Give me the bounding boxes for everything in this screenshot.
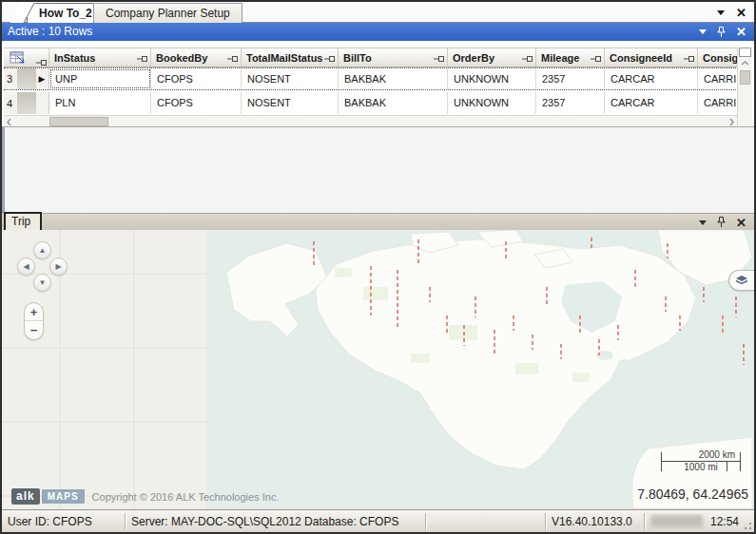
zoom-out-button[interactable]: − (25, 321, 43, 339)
resize-grip[interactable] (742, 520, 753, 531)
column-header-mileage[interactable]: Mileage (536, 48, 605, 67)
row-header-block (17, 92, 36, 114)
table-row[interactable]: 3▶UNPCFOPSNOSENTBAKBAKUNKNOWN2357CARCARC… (4, 67, 739, 90)
status-user-id: User ID: CFOPS (2, 513, 126, 530)
column-header-label: ConsigneeId (610, 52, 672, 64)
orders-grid: InStatusBookedByTotalMailStatusBillToOrd… (2, 41, 754, 126)
map-scale: 2000 km 1000 mi (661, 449, 741, 473)
column-pin-icon[interactable] (324, 54, 335, 66)
redacted-date (650, 515, 703, 527)
grid-cell[interactable]: UNKNOWN (448, 68, 536, 89)
record-selector-icon (10, 50, 26, 66)
map-graphic (2, 230, 754, 509)
column-header-label: BillTo (343, 52, 372, 64)
map-pan-control: ▲ ◀ ▶ ▼ (15, 241, 68, 300)
column-header-instatus[interactable]: InStatus (49, 48, 151, 67)
app-window: How To_2 Company Planner Setup ✕ Active … (0, 0, 756, 534)
grid-cell[interactable]: UNKNOWN (448, 92, 536, 114)
column-header-label: OrderBy (453, 52, 494, 64)
grid-rows: 3▶UNPCFOPSNOSENTBAKBAKUNKNOWN2357CARCARC… (4, 67, 739, 114)
current-row-arrow-icon: ▶ (36, 74, 48, 84)
grid-cell[interactable]: CFOPS (151, 92, 242, 114)
column-header-billto[interactable]: BillTo (339, 48, 448, 67)
scale-km-label: 2000 km (661, 449, 741, 461)
status-bar: User ID: CFOPS Server: MAY-DOC-SQL\SQL20… (2, 509, 754, 532)
column-header-label: InStatus (54, 52, 95, 64)
map-zoom-control: + − (24, 302, 44, 340)
grid-cell[interactable]: UNP (49, 68, 151, 89)
pan-right-button[interactable]: ▶ (49, 257, 68, 276)
grid-header-row: InStatusBookedByTotalMailStatusBillToOrd… (4, 48, 739, 67)
vertical-scroll-thumb[interactable] (740, 70, 750, 85)
column-header-label: Consig (703, 52, 738, 64)
zoom-in-button[interactable]: + (25, 303, 43, 321)
pan-left-button[interactable]: ◀ (17, 257, 35, 276)
grid-cell[interactable]: 2357 (536, 92, 605, 114)
chevron-down-icon[interactable] (717, 10, 725, 15)
column-pin-icon[interactable] (137, 54, 147, 66)
pan-up-button[interactable]: ▲ (33, 241, 51, 259)
empty-panel-area (2, 126, 754, 213)
column-pin-icon[interactable] (434, 54, 444, 66)
copyright-text: Copyright © 2016 ALK Technologies Inc. (92, 491, 280, 503)
alk-logo-badge: alk (11, 488, 40, 505)
column-header-label: BookedBy (156, 52, 207, 64)
layers-icon (735, 275, 748, 286)
column-pin-icon[interactable] (522, 54, 533, 66)
scrollbar-corner-box[interactable] (739, 48, 751, 57)
column-header-label: Mileage (541, 52, 579, 64)
scale-mi-label: 1000 mi (661, 462, 741, 473)
grid-selector-corner[interactable] (4, 48, 49, 67)
column-header-consig[interactable]: Consig (698, 48, 739, 67)
status-spacer (426, 513, 546, 530)
grid-cell[interactable]: CARCAR (605, 92, 698, 114)
column-header-consigneeid[interactable]: ConsigneeId (605, 48, 698, 67)
row-number: 3 (4, 73, 17, 85)
grid-cell[interactable]: BAKBAK (339, 68, 448, 89)
pan-down-button[interactable]: ▼ (33, 274, 51, 292)
map-layers-button[interactable] (728, 270, 754, 291)
map-canvas[interactable]: ▲ ◀ ▶ ▼ + − 2000 km 1000 mi (2, 230, 754, 509)
column-header-orderby[interactable]: OrderBy (448, 48, 536, 67)
trip-menu-chevron-icon[interactable] (699, 220, 707, 225)
horizontal-scroll-thumb[interactable] (49, 117, 108, 126)
column-pin-icon[interactable] (684, 54, 694, 66)
grid-cell[interactable]: BAKBAK (339, 92, 448, 114)
grid-cell[interactable]: PLN (49, 92, 151, 114)
column-header-totalmailstatus[interactable]: TotalMailStatus (242, 48, 339, 67)
alk-maps-logo: alk MAPS Copyright © 2016 ALK Technologi… (11, 488, 279, 505)
trip-tab[interactable]: Trip (4, 212, 42, 232)
column-header-bookedby[interactable]: BookedBy (151, 48, 242, 67)
grid-cell[interactable]: CFOPS (151, 68, 242, 89)
status-time: 12:54 (710, 513, 739, 530)
grid-cell[interactable]: CARRI (698, 92, 739, 114)
row-header[interactable]: 4 (4, 92, 49, 114)
active-rows-caption: Active : 10 Rows ✕ (2, 23, 754, 41)
active-rows-title: Active : 10 Rows (8, 25, 92, 38)
trip-pin-icon[interactable] (717, 217, 726, 228)
column-pin-icon[interactable] (227, 54, 238, 66)
grid-cell[interactable]: CARRI (698, 68, 739, 89)
status-server-database: Server: MAY-DOC-SQL\SQL2012 Database: CF… (126, 513, 426, 530)
tab-company-planner-setup[interactable]: Company Planner Setup (93, 3, 242, 23)
column-pin-icon[interactable] (591, 54, 601, 66)
grid-cell[interactable]: NOSENT (242, 92, 339, 114)
grid-cell[interactable]: NOSENT (242, 68, 339, 89)
panel-menu-chevron-icon[interactable] (699, 29, 707, 34)
row-header[interactable]: 3▶ (4, 68, 49, 89)
status-version: V16.40.10133.0 (546, 513, 645, 530)
close-icon[interactable]: ✕ (736, 7, 746, 19)
status-clock-section: 12:54 (645, 513, 754, 530)
cursor-coordinates: 7.80469, 64.24965 (637, 486, 748, 502)
row-header-block (17, 68, 36, 89)
grid-cell[interactable]: 2357 (536, 68, 605, 89)
scroll-up-icon[interactable] (738, 57, 752, 69)
grid-cell[interactable]: CARCAR (605, 68, 698, 89)
pin-icon[interactable] (717, 27, 726, 38)
panel-close-icon[interactable]: ✕ (736, 26, 746, 38)
table-row[interactable]: 4PLNCFOPSNOSENTBAKBAKUNKNOWN2357CARCARCA… (4, 92, 739, 114)
document-tab-bar: How To_2 Company Planner Setup ✕ (2, 2, 754, 23)
row-number: 4 (4, 98, 17, 109)
trip-close-icon[interactable]: ✕ (736, 217, 746, 229)
trip-panel-header: Trip ✕ (2, 213, 754, 230)
